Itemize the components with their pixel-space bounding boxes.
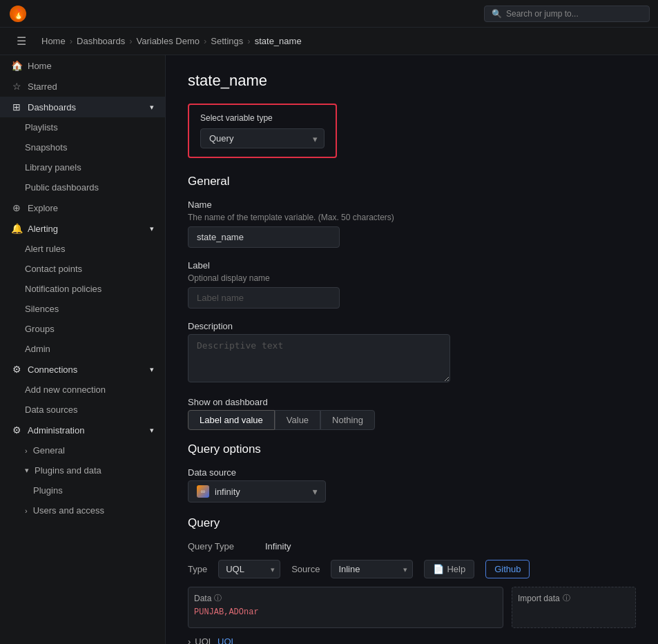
show-on-dashboard-label: Show on dashboard	[188, 397, 636, 407]
type-select[interactable]: UQL JSON CSV XML	[218, 560, 280, 578]
sidebar-item-data-sources[interactable]: Data sources	[0, 400, 165, 420]
data-row: Data ⓘ PUNJAB,ADOnar Import data ⓘ	[188, 587, 636, 628]
select-variable-type-label: Select variable type	[200, 113, 325, 123]
sidebar-item-library-panels[interactable]: Library panels	[0, 157, 165, 177]
chevron-connections-icon: ▾	[150, 365, 154, 374]
show-on-dashboard-buttons: Label and value Value Nothing	[188, 410, 636, 430]
data-info-icon[interactable]: ⓘ	[214, 593, 222, 603]
chevron-down-icon: ▾	[150, 103, 154, 112]
sidebar-item-groups[interactable]: Groups	[0, 319, 165, 339]
sidebar-item-alert-rules[interactable]: Alert rules	[0, 239, 165, 259]
show-label-and-value-button[interactable]: Label and value	[188, 410, 275, 430]
breadcrumb-sep-4: ›	[247, 36, 250, 46]
sidebar-item-dashboards[interactable]: ⊞ Dashboards ▾	[0, 97, 165, 117]
source-select[interactable]: Inline URL Random walk	[331, 560, 413, 578]
sidebar-item-snapshots[interactable]: Snapshots	[0, 137, 165, 157]
search-icon: 🔍	[492, 9, 502, 19]
sidebar-item-home[interactable]: 🏠 Home	[0, 55, 165, 76]
sidebar-item-playlists[interactable]: Playlists	[0, 117, 165, 137]
hamburger-button[interactable]: ☰	[11, 32, 32, 50]
home-icon: 🏠	[11, 60, 22, 71]
sidebar-label-home: Home	[28, 61, 52, 71]
sidebar-item-notification-policies[interactable]: Notification policies	[0, 279, 165, 299]
uql-link[interactable]: UQL	[217, 636, 236, 644]
sidebar-item-general[interactable]: › General	[0, 440, 165, 460]
datasource-select-wrapper: ∞ infinity ▾	[188, 480, 326, 502]
sidebar-label-administration: Administration	[28, 425, 84, 436]
label-input[interactable]	[188, 287, 340, 309]
breadcrumb: ☰ Home › Dashboards › Variables Demo › S…	[0, 28, 658, 55]
sidebar-label-alert-rules: Alert rules	[25, 244, 66, 254]
help-button[interactable]: 📄 Help	[424, 560, 474, 578]
query-section: Query Query Type Infinity Type UQL JSON …	[188, 516, 636, 644]
search-bar[interactable]: 🔍 Search or jump to...	[484, 6, 650, 22]
show-nothing-button[interactable]: Nothing	[320, 410, 375, 430]
sidebar-item-plugins[interactable]: Plugins	[0, 480, 165, 500]
sidebar-label-groups: Groups	[25, 324, 55, 334]
query-section-title: Query	[188, 516, 636, 530]
sidebar-item-administration[interactable]: ⚙ Administration ▾	[0, 420, 165, 440]
sidebar-label-snapshots: Snapshots	[25, 142, 67, 153]
select-variable-type-dropdown[interactable]: Query Custom Text box Constant Data sour…	[200, 128, 325, 148]
source-select-wrapper: Inline URL Random walk	[331, 560, 413, 578]
sidebar-item-contact-points[interactable]: Contact points	[0, 259, 165, 279]
data-label: Data ⓘ	[194, 593, 497, 603]
breadcrumb-settings[interactable]: Settings	[211, 36, 243, 46]
breadcrumb-variables-demo[interactable]: Variables Demo	[136, 36, 200, 46]
type-label: Type	[188, 564, 207, 574]
sidebar-label-library-panels: Library panels	[25, 162, 81, 173]
sidebar-label-plugins-and-data: Plugins and data	[35, 465, 101, 476]
github-button[interactable]: Github	[485, 560, 530, 578]
breadcrumb-home[interactable]: Home	[41, 36, 66, 46]
sidebar-label-general: General	[33, 445, 65, 456]
sidebar-label-users-and-access: Users and access	[33, 505, 104, 516]
topbar: 🔥 🔍 Search or jump to...	[0, 0, 658, 28]
sidebar-label-connections: Connections	[28, 364, 77, 375]
sidebar-label-contact-points: Contact points	[25, 264, 82, 274]
source-label: Source	[291, 564, 320, 574]
show-value-button[interactable]: Value	[275, 410, 320, 430]
sidebar-item-users-and-access[interactable]: › Users and access	[0, 500, 165, 520]
uql-chevron-icon: ›	[188, 636, 191, 644]
type-select-wrapper: UQL JSON CSV XML	[218, 560, 280, 578]
sidebar-item-admin[interactable]: Admin	[0, 339, 165, 359]
alerting-icon: 🔔	[11, 223, 22, 234]
administration-icon: ⚙	[11, 425, 22, 436]
sidebar-item-silences[interactable]: Silences	[0, 299, 165, 319]
star-icon: ☆	[11, 81, 22, 92]
sidebar: 🏠 Home ☆ Starred ⊞ Dashboards ▾ Playlist…	[0, 55, 166, 644]
sidebar-item-alerting[interactable]: 🔔 Alerting ▾	[0, 218, 165, 239]
import-info-icon[interactable]: ⓘ	[563, 593, 570, 603]
sidebar-label-playlists: Playlists	[25, 122, 58, 133]
sidebar-item-plugins-and-data[interactable]: ▾ Plugins and data	[0, 460, 165, 480]
import-data-panel: Import data ⓘ	[512, 587, 636, 628]
data-content: PUNJAB,ADOnar	[194, 607, 497, 617]
breadcrumb-dashboards[interactable]: Dashboards	[77, 36, 125, 46]
sidebar-label-explore: Explore	[28, 203, 58, 213]
name-input[interactable]	[188, 226, 340, 248]
sidebar-item-connections[interactable]: ⚙ Connections ▾	[0, 359, 165, 380]
sidebar-label-data-sources: Data sources	[25, 404, 78, 415]
breadcrumb-sep-2: ›	[129, 36, 132, 46]
uql-toggle[interactable]: › UQL UQL	[188, 636, 636, 644]
name-label: Name	[188, 199, 636, 210]
uql-section: › UQL UQL parse-csv | project "state_nam…	[188, 636, 636, 644]
datasource-select[interactable]: ∞ infinity ▾	[188, 480, 326, 502]
search-placeholder: Search or jump to...	[506, 9, 579, 19]
sidebar-label-admin: Admin	[25, 344, 50, 354]
select-variable-type-box: Select variable type Query Custom Text b…	[188, 104, 337, 158]
sidebar-item-starred[interactable]: ☆ Starred	[0, 76, 165, 97]
sidebar-item-add-connection[interactable]: Add new connection	[0, 380, 165, 400]
chevron-plugins-icon: ▾	[25, 466, 29, 475]
main-layout: 🏠 Home ☆ Starred ⊞ Dashboards ▾ Playlist…	[0, 55, 658, 644]
query-type-label: Query Type	[188, 541, 257, 552]
query-type-value: Infinity	[265, 541, 291, 552]
name-sublabel: The name of the template variable. (Max.…	[188, 213, 636, 222]
sidebar-item-explore[interactable]: ⊕ Explore	[0, 197, 165, 218]
sidebar-item-public-dashboards[interactable]: Public dashboards	[0, 177, 165, 197]
sidebar-label-starred: Starred	[28, 81, 57, 92]
connections-icon: ⚙	[11, 364, 22, 375]
dashboards-icon: ⊞	[11, 101, 22, 113]
description-textarea[interactable]	[188, 334, 450, 382]
sidebar-label-silences: Silences	[25, 304, 59, 314]
